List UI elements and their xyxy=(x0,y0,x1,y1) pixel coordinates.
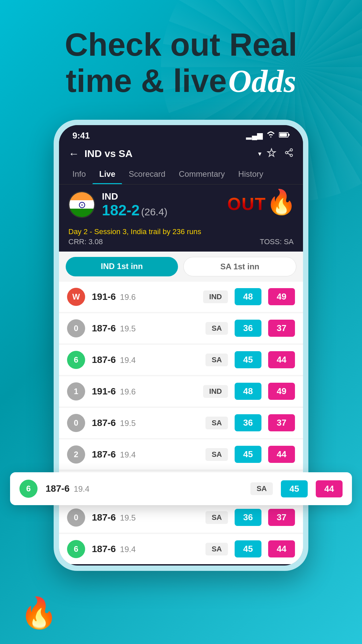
svg-point-5 xyxy=(290,154,293,156)
odd2-button[interactable]: 37 xyxy=(268,509,295,526)
svg-rect-2 xyxy=(280,133,287,137)
row-team: SA xyxy=(205,322,228,335)
status-bar: 9:41 ▂▄▆ xyxy=(59,125,303,144)
promo-header: Check out Real time & live Odds xyxy=(0,0,362,113)
match-info-bar: Day 2 - Session 3, India trail by 236 ru… xyxy=(59,227,303,252)
wifi-icon xyxy=(267,131,275,140)
score-block: 187-6 19.5 xyxy=(92,512,136,523)
highlighted-odd1-button[interactable]: 45 xyxy=(281,480,308,497)
tab-info[interactable]: Info xyxy=(66,164,93,184)
odds-row: 0 187-6 19.5 SA 36 37 xyxy=(59,502,303,533)
row-overs: 19.4 xyxy=(120,450,136,459)
odds-row: 0 187-6 19.5 SA 36 37 xyxy=(59,408,303,438)
status-icons: ▂▄▆ xyxy=(246,131,290,140)
odd1-button[interactable]: 36 xyxy=(235,414,261,431)
odd1-button[interactable]: 36 xyxy=(235,320,261,337)
battery-icon xyxy=(279,131,290,140)
odd1-button[interactable]: 45 xyxy=(235,351,261,368)
tabs-container: Info Live Scorecard Commentary History xyxy=(59,164,303,184)
odd1-button[interactable]: 45 xyxy=(235,446,261,463)
score-block: 191-6 19.6 xyxy=(92,291,136,302)
innings-tab-ind[interactable]: IND 1st inn xyxy=(66,257,178,276)
ball-badge: 6 xyxy=(67,540,85,558)
ball-badge: 1 xyxy=(67,382,85,400)
highlighted-score-block: 187-6 19.4 xyxy=(46,483,89,494)
odd1-button[interactable]: 48 xyxy=(235,383,261,400)
pin-icon[interactable] xyxy=(267,148,276,160)
row-team: SA xyxy=(205,354,228,366)
tab-live[interactable]: Live xyxy=(93,164,122,184)
row-score: 187-6 xyxy=(92,418,116,428)
bottom-flame-icon: 🔥 xyxy=(20,595,58,631)
out-label: OUT xyxy=(227,194,266,214)
row-team: SA xyxy=(205,417,228,429)
odd2-button[interactable]: 37 xyxy=(268,320,295,337)
row-team: SA xyxy=(205,543,228,555)
highlighted-team: SA xyxy=(250,482,273,495)
row-score: 187-6 xyxy=(92,449,116,460)
highlighted-odds-row: 6 187-6 19.4 SA 45 44 xyxy=(10,472,352,505)
tab-scorecard[interactable]: Scorecard xyxy=(122,164,172,184)
svg-line-7 xyxy=(288,150,290,152)
odd1-button[interactable]: 48 xyxy=(235,288,261,305)
row-overs: 19.4 xyxy=(120,545,136,554)
session-info: Day 2 - Session 3, India trail by 236 ru… xyxy=(68,227,294,236)
svg-point-3 xyxy=(290,149,293,151)
flame-icon: 🔥 xyxy=(266,188,296,216)
row-overs: 19.4 xyxy=(120,356,136,365)
row-team: SA xyxy=(205,511,228,524)
signal-icon: ▂▄▆ xyxy=(246,131,263,140)
score-block: 187-6 19.4 xyxy=(92,449,136,460)
odd2-button[interactable]: 44 xyxy=(268,540,295,557)
ball-badge: W xyxy=(67,288,85,306)
india-flag xyxy=(69,192,94,217)
highlighted-odd2-button[interactable]: 44 xyxy=(316,480,343,497)
innings-tab-sa[interactable]: SA 1st inn xyxy=(183,257,296,276)
score-block: 187-6 19.4 xyxy=(92,544,136,554)
odd1-button[interactable]: 45 xyxy=(235,540,261,557)
odd2-button[interactable]: 44 xyxy=(268,351,295,368)
nav-bar: ← IND vs SA ▾ xyxy=(59,144,303,164)
out-badge: OUT xyxy=(227,194,266,214)
share-icon[interactable] xyxy=(284,148,294,160)
svg-point-4 xyxy=(286,151,288,154)
row-overs: 19.6 xyxy=(120,387,136,396)
score-block: 187-6 19.5 xyxy=(92,323,136,334)
odd2-button[interactable]: 44 xyxy=(268,446,295,463)
crr-bar: CRR: 3.08 TOSS: SA xyxy=(68,237,294,246)
row-overs: 19.5 xyxy=(120,419,136,428)
ball-badge: 2 xyxy=(67,445,85,464)
match-title: IND vs SA xyxy=(84,148,251,159)
svg-rect-1 xyxy=(288,134,290,136)
team-flag xyxy=(68,191,95,218)
highlighted-ball-badge: 6 xyxy=(19,480,38,498)
dropdown-icon[interactable]: ▾ xyxy=(258,150,261,158)
ball-badge: 0 xyxy=(67,414,85,432)
score-block: 191-6 19.6 xyxy=(92,386,136,397)
odds-row: 2 187-6 19.4 SA 45 44 xyxy=(59,439,303,470)
odd2-button[interactable]: 49 xyxy=(268,288,295,305)
row-overs: 19.5 xyxy=(120,324,136,333)
row-score: 187-6 xyxy=(92,355,116,365)
ball-badge: 6 xyxy=(67,351,85,369)
crr-value: CRR: 3.08 xyxy=(68,237,103,246)
promo-title-line2: time & live Odds xyxy=(20,62,342,100)
row-team: IND xyxy=(203,290,228,303)
odds-row: W 191-6 19.6 IND 48 49 xyxy=(59,282,303,312)
innings-tabs: IND 1st inn SA 1st inn xyxy=(59,252,303,282)
match-score: 182-2 xyxy=(102,202,140,218)
odds-row: 0 187-6 19.5 SA 36 37 xyxy=(59,313,303,343)
match-overs: (26.4) xyxy=(141,206,167,217)
row-score: 187-6 xyxy=(92,512,116,523)
score-block: 187-6 19.5 xyxy=(92,418,136,428)
tab-history[interactable]: History xyxy=(232,164,270,184)
odd2-button[interactable]: 49 xyxy=(268,383,295,400)
nav-actions xyxy=(267,148,294,160)
tab-commentary[interactable]: Commentary xyxy=(172,164,231,184)
odds-list: W 191-6 19.6 IND 48 49 0 187-6 19.5 SA 3… xyxy=(59,282,303,564)
odd1-button[interactable]: 36 xyxy=(235,509,261,526)
odd2-button[interactable]: 37 xyxy=(268,414,295,431)
row-team: SA xyxy=(205,448,228,461)
odds-row: 6 187-6 19.4 SA 45 44 xyxy=(59,534,303,564)
back-button[interactable]: ← xyxy=(68,148,79,160)
